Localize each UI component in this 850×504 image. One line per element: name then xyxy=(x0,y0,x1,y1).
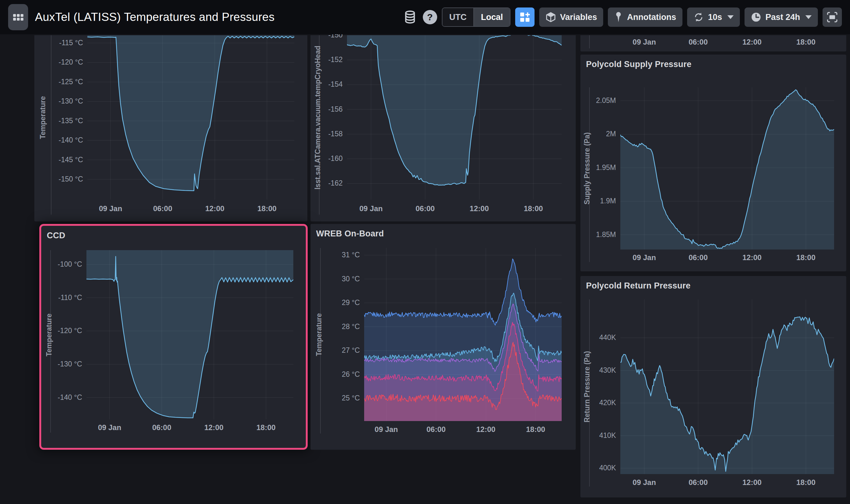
panel-title[interactable]: CCD xyxy=(47,231,65,240)
y-tick-label: -152 xyxy=(302,55,343,64)
x-tick-label: 18:00 xyxy=(258,204,277,213)
y-tick-label: 400K xyxy=(575,464,616,472)
x-tick-label: 18:00 xyxy=(526,425,545,434)
x-tick-label: 06:00 xyxy=(415,204,435,213)
x-tick-label: 12:00 xyxy=(476,425,495,434)
y-tick-label: -100 °C xyxy=(41,260,82,269)
y-tick-label: 410K xyxy=(575,431,616,440)
panel-title[interactable]: Polycold Return Pressure xyxy=(586,281,691,291)
chart-plot-area[interactable] xyxy=(86,250,293,419)
help-button[interactable]: ? xyxy=(423,10,437,24)
grid-icon xyxy=(13,14,23,21)
variables-button[interactable]: Variables xyxy=(539,7,603,27)
x-tick-label: 12:00 xyxy=(205,423,224,432)
y-tick-label: 2.05M xyxy=(575,96,616,105)
fullscreen-icon xyxy=(827,12,838,23)
x-tick-label: 18:00 xyxy=(796,38,815,47)
y-tick-label: -135 °C xyxy=(42,116,83,125)
panel-add-icon xyxy=(519,12,530,22)
x-tick-label: 06:00 xyxy=(153,204,172,213)
y-tick-label: 420K xyxy=(575,399,616,407)
chart-plot-area[interactable] xyxy=(620,300,834,474)
panel-title[interactable]: WREB On-Board xyxy=(316,229,384,239)
x-tick-label: 06:00 xyxy=(689,253,708,262)
timezone-toggle[interactable]: UTC Local xyxy=(442,7,511,27)
panel-polycold-return-pressure: Polycold Return Pressure Return Pressure… xyxy=(580,276,846,498)
x-tick-label: 06:00 xyxy=(689,38,708,47)
annotations-button[interactable]: Annotations xyxy=(608,7,682,27)
y-tick-label: 1.9M xyxy=(575,197,616,205)
y-tick-label: -160 xyxy=(302,155,343,163)
time-range-label: Past 24h xyxy=(765,13,800,22)
pin-icon xyxy=(614,12,623,23)
variables-label: Variables xyxy=(560,13,597,22)
y-tick-label: 26 °C xyxy=(319,370,360,379)
add-panel-button[interactable] xyxy=(515,7,534,27)
chevron-down-icon xyxy=(727,15,733,19)
y-tick-label: -154 xyxy=(302,80,343,89)
y-tick-label: 25 °C xyxy=(319,394,360,402)
apps-menu-button[interactable] xyxy=(8,4,28,30)
refresh-interval-label: 10s xyxy=(708,13,722,22)
time-range-picker[interactable]: Past 24h xyxy=(745,7,818,27)
y-tick-label: -145 °C xyxy=(42,156,83,164)
y-tick-label: 28 °C xyxy=(319,323,360,331)
y-tick-label: 440K xyxy=(575,334,616,342)
y-tick-label: 27 °C xyxy=(319,346,360,355)
x-tick-label: 09 Jan xyxy=(99,204,122,213)
y-tick-label: 30 °C xyxy=(319,275,360,283)
x-tick-label: 06:00 xyxy=(427,425,446,434)
chevron-down-icon xyxy=(805,15,812,19)
y-axis-title: Return Pressure (Pa) xyxy=(583,351,591,422)
chart-plot-area[interactable] xyxy=(347,35,562,200)
x-tick-label: 18:00 xyxy=(796,478,815,487)
chart-plot-area[interactable] xyxy=(87,35,294,200)
refresh-picker[interactable]: 10s xyxy=(687,7,740,27)
y-tick-label: 430K xyxy=(575,366,616,375)
x-tick-label: 06:00 xyxy=(152,423,171,432)
y-tick-label: 31 °C xyxy=(319,251,360,259)
y-tick-label: 1.95M xyxy=(575,163,616,172)
kiosk-mode-button[interactable] xyxy=(822,7,842,27)
y-axis-title: lsst.sal.ATCamera.vacuum.tempCryoHead xyxy=(314,46,322,189)
y-tick-label: -150 °C xyxy=(42,175,83,183)
y-tick-label: -120 °C xyxy=(42,58,83,67)
chart-plot-area[interactable] xyxy=(620,87,834,250)
timezone-utc[interactable]: UTC xyxy=(442,8,474,26)
x-tick-label: 09 Jan xyxy=(633,478,656,487)
page-title: AuxTel (LATISS) Temperatures and Pressur… xyxy=(35,11,275,24)
y-tick-label: -156 xyxy=(302,105,343,113)
panel-cryo-temperature: Temperature 09 Jan06:0012:0018:00-115 °C… xyxy=(34,35,307,221)
x-tick-label: 18:00 xyxy=(524,204,543,213)
database-icon xyxy=(404,10,416,24)
panel-wreb-on-board: WREB On-Board Temperature 09 Jan06:0012:… xyxy=(311,224,576,450)
x-tick-label: 12:00 xyxy=(205,204,224,213)
x-tick-label: 18:00 xyxy=(256,423,276,432)
y-axis-line xyxy=(589,35,590,48)
y-tick-label: -158 xyxy=(302,130,343,138)
panel-title[interactable]: Polycold Supply Pressure xyxy=(586,59,691,69)
sync-icon xyxy=(693,12,704,22)
x-tick-label: 09 Jan xyxy=(359,204,383,213)
y-tick-label: -162 xyxy=(302,179,343,187)
y-tick-label: -110 °C xyxy=(41,293,82,302)
x-tick-label: 09 Jan xyxy=(375,425,398,434)
x-tick-label: 09 Jan xyxy=(98,423,121,432)
x-tick-label: 12:00 xyxy=(470,204,489,213)
y-tick-label: -140 °C xyxy=(42,136,83,144)
x-tick-label: 12:00 xyxy=(742,38,761,47)
chart-plot-area[interactable] xyxy=(364,248,562,421)
y-tick-label: -130 °C xyxy=(41,360,82,368)
y-tick-label: -130 °C xyxy=(42,97,83,105)
x-tick-label: 12:00 xyxy=(742,253,761,262)
timezone-local[interactable]: Local xyxy=(474,8,510,26)
y-tick-label: -115 °C xyxy=(42,39,83,47)
y-tick-label: -120 °C xyxy=(41,326,82,335)
y-tick-label: 29 °C xyxy=(319,299,360,307)
y-tick-label: 2M xyxy=(575,130,616,138)
panel-ccd: CCD Temperature 09 Jan06:0012:0018:00-10… xyxy=(41,226,306,448)
datasource-button[interactable] xyxy=(402,7,418,27)
x-tick-label: 09 Jan xyxy=(633,253,656,262)
question-mark: ? xyxy=(427,12,433,22)
y-tick-label: 1.85M xyxy=(575,231,616,239)
